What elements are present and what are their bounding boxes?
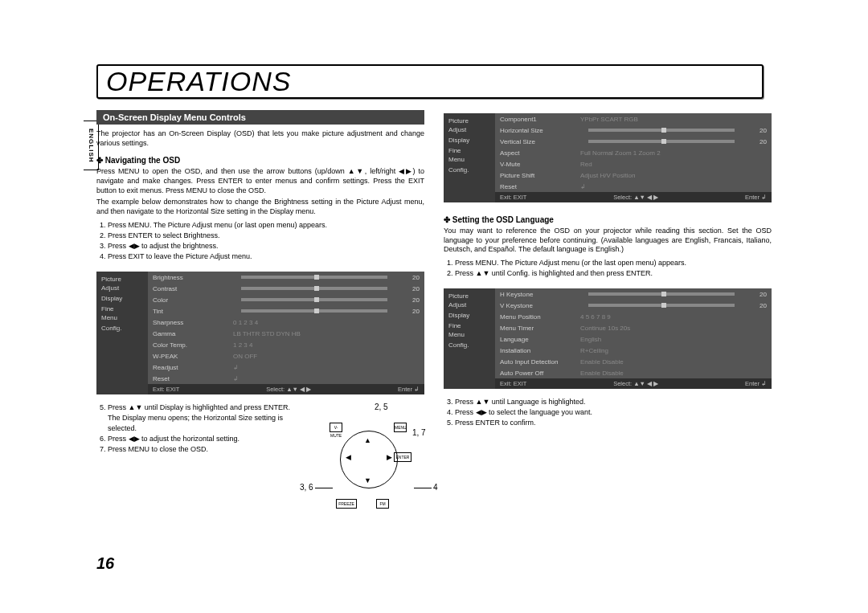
osd-row: Color20 — [148, 294, 424, 305]
page-title-box: OPERATIONS — [96, 64, 764, 99]
arrow-down-icon: ▼ — [364, 476, 371, 484]
intro-paragraph: The projector has an On-Screen Display (… — [96, 129, 424, 148]
lang-steps-b: Press ▲▼ until Language is highlighted. … — [455, 397, 772, 428]
step-item: Press ENTER to confirm. — [455, 418, 772, 428]
osd-row: Menu TimerContinue 10s 20s — [495, 322, 772, 333]
page-title: OPERATIONS — [106, 66, 754, 97]
osd-figure-3: Picture Adjust Display Fine Menu Config.… — [444, 288, 772, 389]
step-item: Press EXIT to leave the Picture Adjust m… — [108, 251, 424, 262]
steps-list-b: Press ▲▼ until Display is highlighted an… — [108, 403, 296, 455]
osd-row: Sharpness0 1 2 3 4 — [148, 317, 424, 328]
callout-25: 2, 5 — [375, 403, 388, 411]
osd-figure-1: Picture Adjust Display Fine Menu Config.… — [96, 272, 424, 394]
fm-button-label: FM — [376, 499, 389, 509]
osd-row: AspectFull Normal Zoom 1 Zoom 2 — [495, 147, 772, 158]
arrow-up-icon: ▲ — [364, 436, 371, 444]
osd-row: Readjust↲ — [148, 362, 424, 373]
osd-row: W-PEAKON OFF — [148, 350, 424, 362]
osd-footer: Exit: EXIT Select: ▲▼ ◀ ▶ Enter ↲ — [148, 384, 424, 394]
dpad-icon: ▲ ▼ ◀ ▶ — [340, 431, 398, 488]
osd-row: InstallationR+Ceiling — [495, 345, 772, 356]
section-heading: On-Screen Display Menu Controls — [96, 110, 424, 125]
osd-row: Reset↲ — [495, 181, 772, 192]
osd-row: Contrast20 — [148, 283, 424, 294]
osd-row: Auto Power OffEnable Disable — [495, 367, 772, 378]
osd-row: Component1YPbPr SCART RGB — [495, 113, 772, 125]
step-item: Press ENTER to select Brightness. — [108, 231, 424, 241]
osd-row: H Keystone20 — [495, 288, 772, 300]
osd-row: Color Temp.1 2 3 4 — [148, 339, 424, 350]
callout-4: 4 — [412, 483, 438, 492]
step-item: Press ▲▼ until Language is highlighted. — [455, 397, 772, 407]
osd-footer: Exit: EXIT Select: ▲▼ ◀ ▶ Enter ↲ — [495, 192, 772, 202]
osd-row: Vertical Size20 — [495, 136, 772, 147]
step-item: Press ▲▼ until Config. is highlighted an… — [455, 268, 772, 279]
page-number: 16 — [96, 554, 114, 573]
osd-row: Horizontal Size20 — [495, 125, 772, 136]
osd-figure-2: Picture Adjust Display Fine Menu Config.… — [444, 113, 772, 202]
lang-para: You may want to reference the OSD on you… — [444, 227, 772, 255]
lang-heading: Setting the OSD Language — [444, 215, 772, 224]
steps-list-a: Press MENU. The Picture Adjust menu (or … — [108, 220, 424, 262]
menu-button-label: MENU — [394, 423, 407, 432]
step-item: Press MENU to close the OSD. — [108, 444, 296, 455]
freeze-button-label: FREEZE — [336, 499, 357, 509]
osd-row: V-MuteRed — [495, 158, 772, 170]
osd-row: LanguageEnglish — [495, 333, 772, 345]
osd-sidebar: Picture Adjust Display Fine Menu Config. — [96, 272, 148, 394]
step-item: Press MENU. The Picture Adjust menu (or … — [455, 258, 772, 268]
osd-row: Reset↲ — [148, 373, 424, 384]
lang-steps-a: Press MENU. The Picture Adjust menu (or … — [455, 258, 772, 279]
callout-17: 1, 7 — [412, 428, 426, 437]
nav-heading: Navigating the OSD — [96, 156, 424, 165]
osd-sidebar: Picture Adjust Display Fine Menu Config. — [444, 113, 495, 202]
osd-row: Brightness20 — [148, 272, 424, 283]
arrow-left-icon: ◀ — [346, 453, 351, 461]
osd-footer: Exit: EXIT Select: ▲▼ ◀ ▶ Enter ↲ — [495, 378, 772, 389]
osd-row: Menu Position4 5 6 7 8 9 — [495, 311, 772, 322]
callout-36: 3, 6 — [300, 483, 334, 492]
step-item: Press ◀▶ to select the language you want… — [455, 407, 772, 418]
osd-row: GammaLB THTR STD DYN HB — [148, 328, 424, 339]
osd-sidebar: Picture Adjust Display Fine Menu Config. — [444, 288, 495, 389]
step-item: Press MENU. The Picture Adjust menu (or … — [108, 220, 424, 231]
osd-row: Tint20 — [148, 305, 424, 317]
remote-diagram: 2, 5 1, 7 3, 6 4 V-MUTE MENU ENTER FREEZ… — [304, 403, 424, 515]
step-item: Press ▲▼ until Display is highlighted an… — [108, 403, 296, 434]
osd-row: Auto Input DetectionEnable Disable — [495, 356, 772, 367]
osd-row: Picture ShiftAdjust H/V Position — [495, 170, 772, 181]
step-item: Press ◀▶ to adjust the horizontal settin… — [108, 434, 296, 444]
nav-para-1: Press MENU to open the OSD, and then use… — [96, 167, 424, 195]
nav-para-2: The example below demonstrates how to ch… — [96, 198, 424, 216]
step-item: Press ◀▶ to adjust the brightness. — [108, 241, 424, 251]
vmute-button-label: V-MUTE — [330, 423, 342, 432]
arrow-right-icon: ▶ — [387, 453, 392, 461]
osd-row: V Keystone20 — [495, 300, 772, 311]
